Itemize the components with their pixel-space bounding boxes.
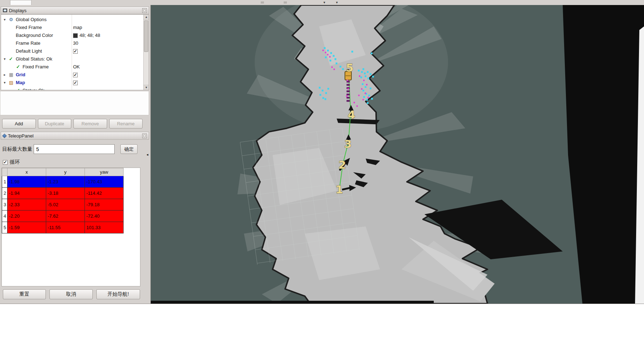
row-index[interactable]: 4 xyxy=(2,211,8,222)
cell-y[interactable]: -3.18 xyxy=(46,188,85,199)
table-row[interactable]: 3 -2.33 -5.02 -79.18 xyxy=(2,199,124,211)
cell-x[interactable]: -1.94 xyxy=(8,188,46,199)
row-index[interactable]: 5 xyxy=(2,222,8,233)
dropdown-caret-icon[interactable]: ▾ xyxy=(336,0,338,5)
fixed-frame-value[interactable]: map xyxy=(73,24,82,32)
panel-collapse-handle[interactable]: ◂ xyxy=(146,151,150,158)
waypoint-table-container: x y yaw 1 -1.98 -1.23 -170.43 2 -1.94 xyxy=(1,168,140,286)
cell-x[interactable]: -1.59 xyxy=(8,222,46,233)
waypoint-label-5: 5 xyxy=(346,62,354,74)
tree-row-default-light[interactable]: Default Light ✓ xyxy=(1,47,143,55)
background-color-value[interactable]: 48; 48; 48 xyxy=(73,32,100,39)
column-header-x[interactable]: x xyxy=(8,168,46,176)
start-navigation-button[interactable]: 开始导航! xyxy=(96,289,140,299)
rviz-3d-view[interactable]: 1 2 3 4 5 xyxy=(151,5,644,304)
corner-header xyxy=(2,168,8,176)
tree-row-fixed-frame[interactable]: Fixed Frame map xyxy=(1,24,143,32)
grid-enabled-checkbox[interactable]: ✓ xyxy=(73,73,78,77)
expander-icon[interactable]: ▸ xyxy=(3,71,7,79)
scrollbar-thumb[interactable] xyxy=(144,20,148,52)
expander-icon[interactable]: ▾ xyxy=(3,16,7,24)
goal-count-label: 目标最大数量 xyxy=(2,146,32,153)
cancel-button[interactable]: 取消 xyxy=(49,289,93,299)
cell-yaw[interactable]: -170.43 xyxy=(85,176,124,188)
frame-rate-value[interactable]: 30 xyxy=(73,39,78,47)
cell-y[interactable]: -5.02 xyxy=(46,199,85,211)
color-swatch xyxy=(73,33,78,38)
cell-y[interactable]: -11.55 xyxy=(46,222,85,233)
table-row[interactable]: 2 -1.94 -3.18 -114.42 xyxy=(2,188,124,199)
tree-label: Status: Ok xyxy=(23,87,44,90)
tree-row-global-options[interactable]: ▾ ⚙ Global Options xyxy=(1,16,143,24)
rviz-window: ▾ ▾ Displays ▾ ⚙ Global Options Fixed Fr… xyxy=(0,0,644,304)
add-display-button[interactable]: Add xyxy=(2,119,36,129)
row-index[interactable]: 3 xyxy=(2,199,8,211)
column-header-yaw[interactable]: yaw xyxy=(85,168,124,176)
column-header-y[interactable]: y xyxy=(46,168,85,176)
toolbar-strip: ▾ ▾ xyxy=(0,0,644,5)
waypoint-table: x y yaw 1 -1.98 -1.23 -170.43 2 -1.94 xyxy=(2,168,124,233)
table-row[interactable]: 4 -2.20 -7.62 -72.40 xyxy=(2,211,124,222)
row-index[interactable]: 1 xyxy=(2,176,8,188)
tree-label: Grid xyxy=(16,71,25,79)
displays-tree: ▾ ⚙ Global Options Fixed Frame map Backg… xyxy=(1,14,149,90)
displays-title-label: Displays xyxy=(9,8,27,13)
cell-yaw[interactable]: 101.33 xyxy=(85,222,124,233)
float-panel-button[interactable] xyxy=(142,8,147,13)
cell-yaw[interactable]: -72.40 xyxy=(85,211,124,222)
tree-label: Default Light xyxy=(16,47,42,55)
duplicate-display-button: Duplicate xyxy=(38,119,72,129)
toolbar-tab[interactable] xyxy=(10,0,32,5)
expander-icon[interactable]: ▾ xyxy=(3,55,7,63)
default-light-checkbox[interactable]: ✓ xyxy=(73,49,78,54)
tree-row-grid[interactable]: ▸ ▦ Grid ✓ xyxy=(1,71,143,79)
displays-panel-title: Displays xyxy=(1,6,149,14)
table-header-row: x y yaw xyxy=(2,168,124,176)
table-row[interactable]: 5 -1.59 -11.55 101.33 xyxy=(2,222,124,233)
table-row[interactable]: 1 -1.98 -1.23 -170.43 xyxy=(2,176,124,188)
goal-count-input[interactable] xyxy=(34,144,115,154)
cell-x[interactable]: -2.20 xyxy=(8,211,46,222)
dropdown-caret-icon[interactable]: ▾ xyxy=(323,0,325,5)
scroll-up-icon[interactable]: ▲ xyxy=(144,15,149,20)
row-index[interactable]: 2 xyxy=(2,188,8,199)
toolbar-button-icon[interactable] xyxy=(284,1,287,4)
left-panel: Displays ▾ ⚙ Global Options Fixed Frame … xyxy=(0,5,151,304)
confirm-button[interactable]: 确定 xyxy=(120,144,138,154)
tree-label: Global Status: Ok xyxy=(16,55,52,63)
rename-display-button: Rename xyxy=(109,119,143,129)
tree-row-frame-rate[interactable]: Frame Rate 30 xyxy=(1,39,143,47)
expander-icon[interactable]: ▾ xyxy=(3,79,7,87)
cell-yaw[interactable]: -79.18 xyxy=(85,199,124,211)
reset-button[interactable]: 重置 xyxy=(3,289,46,299)
tree-row-map-status-clipped[interactable]: ✓ Status: Ok xyxy=(1,87,143,90)
cell-y[interactable]: -7.62 xyxy=(46,211,85,222)
cell-x[interactable]: -2.33 xyxy=(8,199,46,211)
float-panel-button[interactable] xyxy=(142,134,147,138)
map-enabled-checkbox[interactable]: ✓ xyxy=(73,81,78,85)
tree-row-map[interactable]: ▾ ▨ Map ✓ xyxy=(1,79,143,87)
gear-icon: ⚙ xyxy=(9,16,13,24)
status-ok-icon: ✓ xyxy=(16,63,20,71)
scroll-down-icon[interactable]: ▼ xyxy=(144,85,149,90)
cell-y[interactable]: -1.23 xyxy=(46,176,85,188)
map-canvas: 1 2 3 4 5 xyxy=(151,5,644,304)
teleop-panel-title: TeleopPanel xyxy=(1,132,149,140)
map-icon: ▨ xyxy=(9,79,13,87)
tree-scrollbar[interactable]: ▲ ▼ xyxy=(143,15,149,90)
tree-label: Global Options xyxy=(16,16,47,24)
tree-row-global-status[interactable]: ▾ ✓ Global Status: Ok xyxy=(1,55,143,63)
loop-checkbox[interactable]: ✓ xyxy=(3,160,8,165)
status-ok-icon: ✓ xyxy=(16,87,20,90)
loop-checkbox-label: 循环 xyxy=(10,159,20,165)
tree-row-fixed-frame-status[interactable]: ✓ Fixed Frame OK xyxy=(1,63,143,71)
tree-row-background-color[interactable]: Background Color 48; 48; 48 xyxy=(1,32,143,39)
waypoint-label-2: 2 xyxy=(338,159,346,171)
waypoint-label-4: 4 xyxy=(348,108,355,121)
grid-icon: ▦ xyxy=(9,71,13,79)
cell-x[interactable]: -1.98 xyxy=(8,176,46,188)
tree-label: Fixed Frame xyxy=(23,63,49,71)
tree-label: Fixed Frame xyxy=(16,24,42,32)
toolbar-button-icon[interactable] xyxy=(261,1,264,4)
cell-yaw[interactable]: -114.42 xyxy=(85,188,124,199)
